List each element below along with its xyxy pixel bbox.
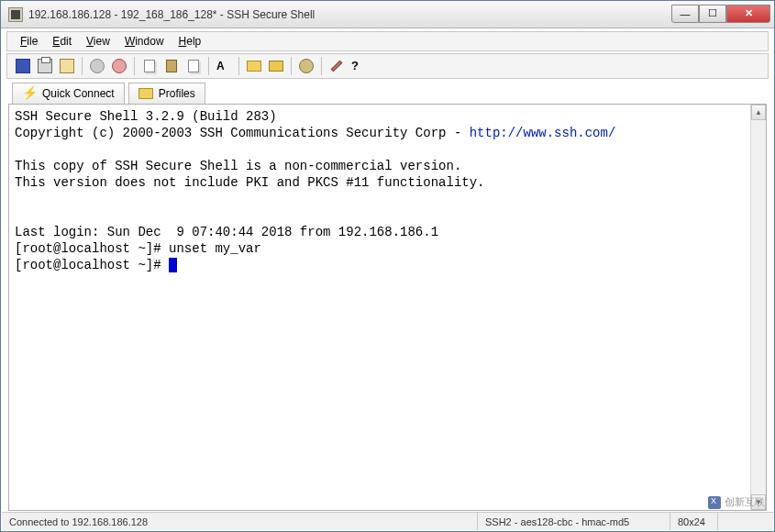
terminal-cursor [169,258,177,272]
copy-icon [144,60,155,72]
ftp-icon [269,61,283,72]
prompt-1: [root@localhost ~]# [15,241,169,256]
tabbar: ⚡ Quick Connect Profiles [6,81,769,106]
maximize-button[interactable]: ☐ [699,5,726,23]
bolt-icon: ⚡ [22,86,37,101]
new-terminal-button[interactable] [244,56,264,76]
watermark: 创新互联 [708,495,765,509]
scroll-up-button[interactable]: ▲ [751,105,766,120]
colors-button[interactable] [327,56,347,76]
save-button[interactable] [13,56,33,76]
minimize-button[interactable]: — [671,5,699,23]
status-spare [718,513,773,530]
app-icon [8,7,23,22]
find-icon: A [216,59,231,73]
disconnect-button[interactable] [109,56,129,76]
last-login-line: Last login: Sun Dec 9 07:40:44 2018 from… [15,225,438,239]
status-cipher: SSH2 - aes128-cbc - hmac-md5 [478,513,670,530]
quick-connect-tab[interactable]: ⚡ Quick Connect [12,83,125,105]
notice-line-2: This version does not include PKI and PK… [15,175,484,190]
new-ftp-button[interactable] [266,56,286,76]
quick-connect-label: Quick Connect [42,87,115,100]
banner-line-2: Copyright (c) 2000-2003 SSH Communicatio… [15,126,470,140]
watermark-icon [708,496,721,509]
copy-button[interactable] [139,56,160,76]
toolbar-separator [134,57,135,75]
window-title: 192.168.186.128 - 192_168_186_128* - SSH… [28,8,671,21]
profiles-tab[interactable]: Profiles [128,83,205,105]
toolbar-separator [321,57,322,75]
brush-icon [331,61,343,72]
toolbar-separator [208,57,209,75]
toolbar: A ? [6,53,769,79]
toolbar-separator [82,57,83,75]
menubar: File Edit View Window Help [6,31,769,51]
status-connection: Connected to 192.168.186.128 [2,513,478,530]
find-button[interactable]: A [214,56,234,76]
paste-button[interactable] [161,56,182,76]
close-button[interactable]: ✕ [726,5,770,23]
window-controls: — ☐ ✕ [671,6,770,23]
scrollbar[interactable]: ▲ ▼ [750,105,766,510]
mail-button[interactable] [57,56,77,76]
paste-icon [166,60,177,72]
prompt-2: [root@localhost ~]# [15,258,169,272]
statusbar: Connected to 192.168.186.128 SSH2 - aes1… [2,512,773,530]
menu-edit[interactable]: Edit [45,33,79,50]
watermark-text: 创新互联 [725,495,765,509]
cut-icon [188,60,199,72]
ssh-url-link[interactable]: http://www.ssh.com/ [470,126,616,140]
toolbar-separator [291,57,292,75]
help-icon: ? [351,59,366,73]
save-icon [16,59,30,73]
toolbar-separator [238,57,239,75]
print-icon [38,59,52,73]
connect-button[interactable] [87,56,107,76]
help-button[interactable]: ? [349,56,369,76]
print-button[interactable] [35,56,55,76]
terminal-icon [247,61,261,72]
profiles-label: Profiles [159,87,195,100]
connect-icon [90,59,105,73]
status-size: 80x24 [670,513,718,530]
banner-line-1: SSH Secure Shell 3.2.9 (Build 283) [15,109,277,124]
cut-button[interactable] [183,56,204,76]
settings-button[interactable] [296,56,316,76]
notice-line-1: This copy of SSH Secure Shell is a non-c… [15,159,461,173]
command-1: unset my_var [169,241,261,256]
menu-view[interactable]: View [79,33,117,50]
menu-window[interactable]: Window [117,33,172,50]
menu-file[interactable]: File [13,33,45,50]
titlebar: 192.168.186.128 - 192_168_186_128* - SSH… [1,1,774,28]
folder-icon [138,88,153,99]
mail-icon [60,59,74,73]
terminal[interactable]: SSH Secure Shell 3.2.9 (Build 283) Copyr… [8,104,767,511]
menu-help[interactable]: Help [172,33,209,50]
gear-icon [299,59,314,73]
disconnect-icon [112,59,127,73]
